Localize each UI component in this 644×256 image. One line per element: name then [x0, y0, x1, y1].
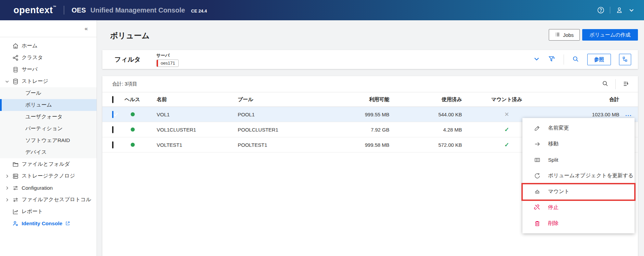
- folder-icon: [12, 161, 19, 168]
- server-filter-field: サーバ oes171: [156, 52, 179, 67]
- menu-item-mount[interactable]: マウント: [522, 184, 635, 200]
- report-chart-icon: [12, 208, 19, 215]
- filter-collapse-chevron-icon[interactable]: [533, 55, 540, 64]
- column-header-total[interactable]: 合計: [551, 96, 619, 103]
- sidebar-item-files-folders[interactable]: ファイルとフォルダ: [0, 158, 97, 170]
- table-header-row: ヘルス 名前 プール 利用可能 使用済み マウント済み 合計: [102, 92, 638, 107]
- sidebar-item-software-raid[interactable]: ソフトウェアRAID: [0, 135, 97, 146]
- pool-name: POOL1: [238, 112, 332, 117]
- column-header-name[interactable]: 名前: [157, 96, 238, 103]
- used-value: 572.00 KB: [389, 142, 462, 148]
- mounted-check-icon: ✓: [504, 126, 509, 133]
- sidebar-item-cluster[interactable]: クラスタ: [0, 52, 97, 64]
- sidebar-item-device[interactable]: デバイス: [0, 146, 97, 158]
- filter-panel: フィルタ サーバ oes171 参照: [102, 50, 638, 69]
- sidebar-collapse-button[interactable]: «: [0, 20, 97, 37]
- app-header: opentext™ OES Unified Management Console…: [0, 0, 644, 20]
- available-value: 999.58 MB: [332, 142, 389, 148]
- menu-item-dismount[interactable]: 停止: [522, 200, 635, 215]
- clear-filter-icon[interactable]: [548, 55, 556, 64]
- sidebar-item-server[interactable]: サーバ: [0, 64, 97, 75]
- delete-icon: [534, 220, 541, 227]
- column-header-used[interactable]: 使用済み: [389, 96, 462, 103]
- home-icon: [12, 43, 19, 49]
- sidebar-item-storage[interactable]: ストレージ: [0, 75, 97, 87]
- column-header-available[interactable]: 利用可能: [332, 96, 389, 103]
- create-volume-button[interactable]: ボリュームの作成: [582, 29, 638, 41]
- row-actions-menu-button[interactable]: ...: [625, 111, 632, 117]
- storage-icon: [12, 78, 19, 85]
- mount-icon: [534, 188, 541, 195]
- sidebar-item-configuration[interactable]: Configuration: [0, 182, 97, 194]
- pool-name: POOLTEST1: [238, 142, 332, 148]
- chevron-right-icon: [5, 197, 10, 202]
- user-menu-chevron-icon[interactable]: [628, 7, 635, 13]
- row-checkbox[interactable]: [112, 141, 113, 148]
- filter-label: フィルタ: [114, 55, 141, 64]
- move-icon: [534, 141, 541, 147]
- health-status-dot: [131, 112, 135, 116]
- external-link-icon: [65, 221, 70, 226]
- exchange-arrows-icon: [12, 196, 19, 203]
- split-icon: [534, 157, 541, 163]
- menu-item-rename[interactable]: 名前変更: [522, 120, 635, 136]
- search-icon[interactable]: [572, 55, 579, 64]
- rename-icon: [534, 125, 541, 132]
- sidebar-item-reports[interactable]: レポート: [0, 206, 97, 217]
- chevron-down-icon: [5, 79, 10, 84]
- mounted-check-icon: ✓: [504, 142, 509, 148]
- not-mounted-icon: ✕: [504, 111, 509, 118]
- sidebar-item-file-access-protocols[interactable]: ファイルアクセスプロトコル: [0, 194, 97, 206]
- column-header-health[interactable]: ヘルス: [125, 96, 157, 103]
- column-header-pool[interactable]: プール: [238, 96, 332, 103]
- column-settings-icon[interactable]: [622, 80, 629, 88]
- sidebar-item-partition[interactable]: パーティション: [0, 123, 97, 135]
- product-title: OES Unified Management Console: [72, 6, 185, 14]
- tree-view-icon: [622, 56, 628, 63]
- menu-item-split[interactable]: Split: [522, 152, 635, 168]
- cluster-icon: [12, 54, 19, 61]
- list-icon: [555, 32, 560, 38]
- menu-item-update-volume-object[interactable]: ボリュームオブジェクトを更新する: [522, 168, 635, 184]
- sidebar: « ホーム クラスタ サーバ ストレージ: [0, 20, 97, 256]
- table-search-icon[interactable]: [602, 80, 609, 88]
- menu-item-delete[interactable]: 削除: [522, 215, 635, 231]
- sidebar-item-home[interactable]: ホーム: [0, 40, 97, 52]
- tree-view-button[interactable]: [619, 54, 631, 65]
- server-icon: [12, 66, 19, 73]
- filter-actions-divider: [564, 54, 564, 65]
- opentext-logo: opentext™: [14, 5, 56, 16]
- select-all-checkbox[interactable]: [112, 96, 113, 103]
- sidebar-item-identity-console[interactable]: Identity Console: [0, 217, 97, 229]
- table-summary: 合計: 3項目: [112, 81, 137, 87]
- menu-item-move[interactable]: 移動: [522, 136, 635, 152]
- row-checkbox[interactable]: [112, 126, 113, 133]
- chevron-right-icon: [5, 186, 10, 190]
- collapse-icon: «: [85, 25, 88, 32]
- identity-user-gear-icon: [12, 220, 19, 227]
- header-icon-divider: [610, 7, 610, 14]
- column-header-mounted[interactable]: マウント済み: [462, 96, 551, 103]
- storage-technology-icon: [12, 173, 19, 180]
- volume-name: VOL1CLUSTER1: [157, 127, 238, 133]
- sidebar-item-user-quota[interactable]: ユーザクォータ: [0, 111, 97, 123]
- table-toolbar: 合計: 3項目: [102, 76, 638, 92]
- available-value: 999.55 MB: [332, 112, 389, 117]
- version-badge: CE 24.4: [191, 8, 207, 14]
- help-icon[interactable]: [597, 6, 604, 14]
- sidebar-item-volume[interactable]: ボリューム: [0, 99, 97, 111]
- pool-name: POOLCLUSTER1: [238, 127, 332, 133]
- volume-name: VOL1: [157, 112, 238, 117]
- server-filter-chip[interactable]: oes171: [156, 60, 179, 67]
- sidebar-item-pool[interactable]: プール: [0, 87, 97, 99]
- browse-button[interactable]: 参照: [587, 54, 611, 65]
- user-icon[interactable]: [616, 6, 623, 14]
- used-value: 4.28 MB: [389, 127, 462, 133]
- row-checkbox[interactable]: [112, 111, 113, 118]
- chevron-right-icon: [5, 174, 10, 179]
- volume-name: VOLTEST1: [157, 142, 238, 148]
- jobs-button[interactable]: Jobs: [549, 29, 580, 41]
- row-context-menu: 名前変更 移動 Split ボリュームオブジェクトを更新する マウント 停止: [522, 118, 635, 233]
- table-tools-divider: [615, 79, 616, 89]
- sidebar-item-storage-technology[interactable]: ストレージテクノロジ: [0, 170, 97, 182]
